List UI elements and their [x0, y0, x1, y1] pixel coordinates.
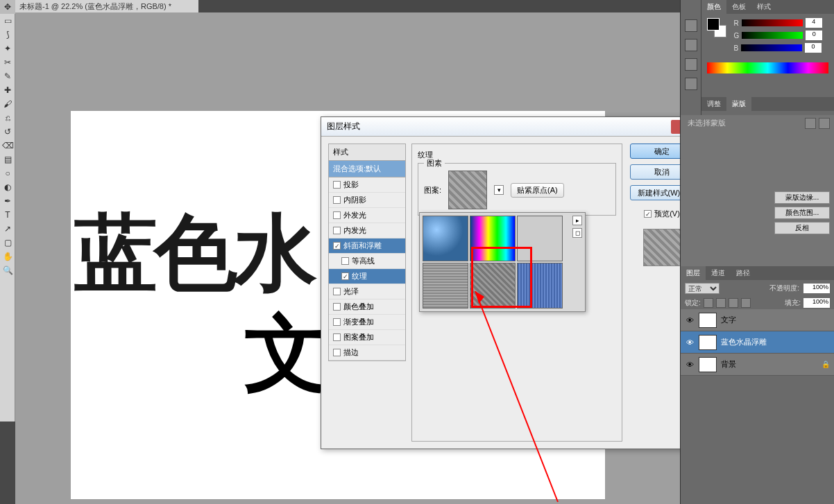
dock-icon[interactable]: [685, 19, 697, 32]
snap-origin-button[interactable]: 贴紧原点(A): [511, 183, 564, 198]
checkbox-icon[interactable]: [333, 333, 341, 341]
path-tool-icon[interactable]: ↗: [0, 222, 15, 236]
style-item-纹理[interactable]: ✓纹理: [329, 269, 405, 284]
opacity-value[interactable]: 100%: [803, 284, 830, 293]
type-tool-icon[interactable]: T: [0, 208, 15, 222]
tab-swatches[interactable]: 色板: [726, 0, 751, 14]
hand-tool-icon[interactable]: ✋: [0, 250, 15, 263]
pixel-mask-icon[interactable]: [805, 118, 816, 129]
checkbox-icon[interactable]: [333, 196, 341, 204]
checkbox-icon[interactable]: [333, 303, 341, 311]
gradient-tool-icon[interactable]: ▤: [0, 153, 15, 166]
style-item-光泽[interactable]: 光泽: [329, 284, 405, 299]
tab-masks[interactable]: 蒙版: [726, 97, 751, 111]
lasso-tool-icon[interactable]: ⟆: [0, 28, 15, 42]
marquee-tool-icon[interactable]: ▭: [0, 14, 15, 28]
lock-pos-icon[interactable]: [729, 298, 738, 308]
pattern-swatch[interactable]: [470, 216, 516, 261]
checkbox-icon[interactable]: ✓: [333, 242, 341, 250]
preview-checkbox[interactable]: ✓ 预览(V): [644, 209, 680, 219]
move-tool-icon[interactable]: ✥: [0, 0, 15, 14]
wand-tool-icon[interactable]: ✦: [0, 42, 15, 55]
tab-layers[interactable]: 图层: [681, 266, 706, 280]
layer-row[interactable]: 👁蓝色水晶浮雕: [681, 331, 834, 354]
pattern-swatch[interactable]: [517, 263, 563, 309]
checkbox-icon[interactable]: [333, 318, 341, 326]
style-item-渐变叠加[interactable]: 渐变叠加: [329, 315, 405, 330]
style-item-内发光[interactable]: 内发光: [329, 223, 405, 238]
style-item-内阴影[interactable]: 内阴影: [329, 193, 405, 208]
checkbox-icon[interactable]: [333, 181, 341, 189]
dock-icon[interactable]: [685, 39, 697, 51]
b-value[interactable]: 0: [805, 43, 822, 53]
invert-button[interactable]: 反相: [774, 222, 830, 234]
style-item-外发光[interactable]: 外发光: [329, 208, 405, 223]
dodge-tool-icon[interactable]: ◐: [0, 180, 15, 194]
style-item-等高线[interactable]: 等高线: [329, 254, 405, 269]
zoom-tool-icon[interactable]: 🔍: [0, 263, 15, 277]
checkbox-icon[interactable]: ✓: [644, 210, 652, 218]
tab-adjustments[interactable]: 调整: [701, 97, 726, 111]
layer-thumbnail[interactable]: [699, 335, 717, 350]
pattern-preview[interactable]: [448, 171, 487, 209]
pattern-swatch[interactable]: [423, 263, 468, 309]
tab-channels[interactable]: 通道: [706, 266, 731, 280]
vector-mask-icon[interactable]: [819, 118, 830, 129]
style-item-颜色叠加[interactable]: 颜色叠加: [329, 299, 405, 315]
picker-arrow-icon[interactable]: ▸: [572, 216, 582, 225]
layer-thumbnail[interactable]: [699, 313, 717, 328]
lock-image-icon[interactable]: [716, 298, 726, 308]
eyedropper-tool-icon[interactable]: ✎: [0, 69, 15, 83]
style-item-图案叠加[interactable]: 图案叠加: [329, 330, 405, 345]
r-value[interactable]: 4: [806, 18, 822, 28]
checkbox-icon[interactable]: [333, 227, 341, 234]
checkbox-icon[interactable]: [341, 257, 349, 265]
fill-value[interactable]: 100%: [803, 298, 830, 308]
crop-tool-icon[interactable]: ✂: [0, 55, 15, 69]
pattern-swatch[interactable]: [423, 216, 468, 261]
checkbox-icon[interactable]: [333, 349, 341, 356]
document-tab[interactable]: 未标题-1 @ 22.2% (蓝色水晶浮雕，RGB/8) *: [15, 0, 198, 12]
lock-trans-icon[interactable]: [704, 298, 713, 308]
lock-all-icon[interactable]: [741, 298, 751, 308]
eraser-tool-icon[interactable]: ⌫: [0, 139, 15, 153]
checkbox-icon[interactable]: [333, 211, 341, 219]
heal-tool-icon[interactable]: ✚: [0, 83, 15, 97]
layer-thumbnail[interactable]: [699, 357, 717, 372]
stamp-tool-icon[interactable]: ⎌: [0, 111, 15, 125]
pattern-swatch[interactable]: [470, 263, 516, 309]
pattern-dropdown-icon[interactable]: ▾: [494, 185, 504, 195]
blend-options[interactable]: 混合选项:默认: [328, 161, 406, 177]
tab-paths[interactable]: 路径: [731, 266, 756, 280]
dock-icon[interactable]: [685, 58, 697, 71]
dock-icon[interactable]: [685, 78, 697, 90]
brush-tool-icon[interactable]: 🖌: [0, 97, 15, 111]
color-range-button[interactable]: 颜色范围...: [774, 207, 830, 219]
checkbox-icon[interactable]: [333, 288, 341, 295]
fg-color-swatch[interactable]: [707, 18, 720, 31]
visibility-icon[interactable]: 👁: [685, 360, 695, 370]
shape-tool-icon[interactable]: ▢: [0, 236, 15, 250]
r-slider[interactable]: [742, 19, 803, 26]
b-slider[interactable]: [741, 44, 802, 51]
pen-tool-icon[interactable]: ✒: [0, 194, 15, 208]
style-item-斜面和浮雕[interactable]: ✓斜面和浮雕: [329, 238, 405, 254]
style-item-投影[interactable]: 投影: [329, 177, 405, 193]
dialog-titlebar[interactable]: 图层样式 ✕: [321, 117, 703, 137]
g-value[interactable]: 0: [806, 31, 822, 40]
styles-header[interactable]: 样式: [328, 144, 406, 161]
layer-row[interactable]: 👁背景🔒: [681, 354, 834, 376]
blend-mode-select[interactable]: 正常: [685, 283, 720, 294]
picker-new-icon[interactable]: ◻: [572, 228, 582, 238]
checkbox-icon[interactable]: ✓: [341, 272, 349, 280]
layer-row[interactable]: 👁文字: [681, 309, 834, 331]
mask-edge-button[interactable]: 蒙版边缘...: [774, 191, 830, 204]
color-spectrum[interactable]: [707, 62, 828, 73]
visibility-icon[interactable]: 👁: [685, 338, 695, 347]
tab-color[interactable]: 颜色: [701, 0, 726, 14]
tab-styles[interactable]: 样式: [751, 0, 776, 14]
blur-tool-icon[interactable]: ○: [0, 166, 15, 180]
visibility-icon[interactable]: 👁: [685, 315, 695, 325]
color-swatches[interactable]: [707, 18, 726, 37]
pattern-swatch[interactable]: [517, 216, 563, 261]
